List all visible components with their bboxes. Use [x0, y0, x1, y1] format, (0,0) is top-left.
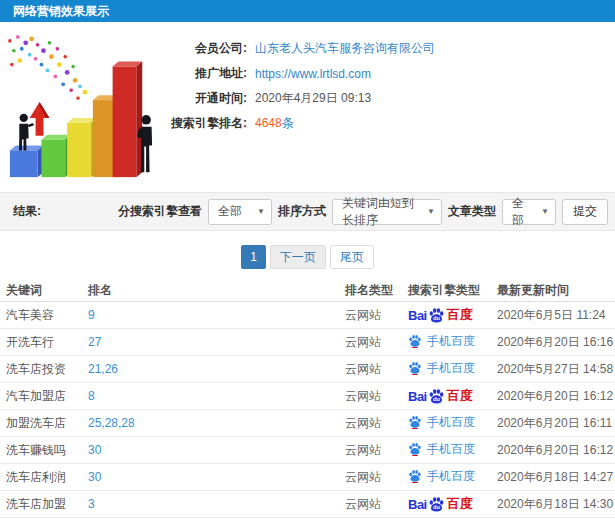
updated-cell: 2020年6月18日 14:27 [497, 469, 615, 486]
filter-controls: 分搜索引擎查看 全部 ▼ 排序方式 关键词由短到长排序 ▼ 文章类型 全部 ▼ … [118, 199, 608, 225]
sort-filter-label: 排序方式 [278, 203, 326, 220]
baidu-paw-icon [408, 442, 422, 456]
sort-filter-value: 关键词由短到长排序 [342, 195, 421, 229]
article-type-select[interactable]: 全部 ▼ [502, 199, 556, 225]
ranking-count-unit: 条 [282, 116, 294, 130]
account-info-fields: 会员公司:山东老人头汽车服务咨询有限公司推广地址:https://www.lrt… [147, 36, 435, 136]
table-row: 洗车赚钱吗30云网站手机百度2020年6月20日 16:12 [0, 437, 615, 464]
engine-cell: 手机百度 [408, 360, 497, 379]
baidu-logo-cn: 百度 [447, 387, 473, 405]
mobile-baidu-logo: 手机百度 [408, 441, 475, 458]
keyword-cell: 汽车美容 [6, 307, 88, 324]
updated-cell: 2020年6月20日 16:11 [497, 415, 615, 432]
result-label: 结果: [13, 203, 41, 220]
article-type-label: 文章类型 [448, 203, 496, 220]
rank-cell[interactable]: 8 [88, 389, 345, 403]
rank-cell[interactable]: 30 [88, 470, 345, 484]
baidu-paw-icon [408, 361, 422, 375]
pagination: 1 下一页 尾页 [0, 245, 615, 269]
page-button-current[interactable]: 1 [241, 245, 266, 269]
page-header: 网络营销效果展示 [0, 0, 615, 22]
baidu-logo-bai: Bai [408, 389, 427, 404]
sort-filter-select[interactable]: 关键词由短到长排序 ▼ [332, 199, 442, 225]
mobile-baidu-logo: 手机百度 [408, 360, 475, 377]
keyword-cell: 洗车店利润 [6, 469, 88, 486]
rank-type-cell: 云网站 [345, 334, 408, 351]
keyword-cell: 汽车加盟店 [6, 388, 88, 405]
table-row: 汽车美容9云网站Baidu百度2020年6月5日 11:24 [0, 302, 615, 329]
column-header: 搜索引擎类型 [408, 282, 497, 299]
submit-button[interactable]: 提交 [562, 199, 608, 225]
updated-cell: 2020年6月20日 16:12 [497, 442, 615, 459]
filter-bar: 结果: 分搜索引擎查看 全部 ▼ 排序方式 关键词由短到长排序 ▼ 文章类型 全… [0, 192, 615, 231]
bar-chart-graphic [2, 28, 160, 188]
rank-cell[interactable]: 9 [88, 308, 345, 322]
page-button-next[interactable]: 下一页 [270, 245, 326, 269]
updated-cell: 2020年5月27日 14:58 [497, 361, 615, 378]
baidu-logo-bai: Bai [408, 308, 427, 323]
rank-type-cell: 云网站 [345, 307, 408, 324]
mobile-baidu-logo: 手机百度 [408, 468, 475, 485]
baidu-logo: Baidu百度 [408, 495, 473, 513]
svg-text:du: du [433, 504, 440, 510]
svg-text:du: du [433, 315, 440, 321]
info-label: 推广地址: [147, 65, 247, 82]
table-row: 加盟洗车店25,28,28云网站手机百度2020年6月20日 16:11 [0, 410, 615, 437]
info-value[interactable]: 山东老人头汽车服务咨询有限公司 [255, 40, 435, 57]
baidu-logo-bai: Bai [408, 497, 427, 512]
engine-cell: 手机百度 [408, 441, 497, 460]
mobile-baidu-label: 手机百度 [427, 360, 475, 377]
mobile-baidu-label: 手机百度 [427, 441, 475, 458]
mobile-baidu-label: 手机百度 [427, 468, 475, 485]
rank-cell[interactable]: 25,28,28 [88, 416, 345, 430]
article-type-value: 全部 [512, 195, 535, 229]
table-row: 汽车加盟店8云网站Baidu百度2020年6月20日 16:12 [0, 383, 615, 410]
keyword-cell: 洗车店投资 [6, 361, 88, 378]
rank-cell[interactable]: 30 [88, 443, 345, 457]
baidu-paw-icon [408, 415, 422, 429]
info-label: 会员公司: [147, 40, 247, 57]
svg-text:du: du [433, 396, 440, 402]
engine-filter-select[interactable]: 全部 ▼ [208, 199, 272, 225]
rank-type-cell: 云网站 [345, 469, 408, 486]
info-value: 4648条 [255, 115, 294, 132]
rank-type-cell: 云网站 [345, 361, 408, 378]
keyword-ranking-table: 关键词排名排名类型搜索引擎类型最新更新时间 汽车美容9云网站Baidu百度202… [0, 280, 615, 518]
chevron-down-icon: ▼ [427, 207, 435, 216]
rank-cell[interactable]: 27 [88, 335, 345, 349]
account-info-section: 会员公司:山东老人头汽车服务咨询有限公司推广地址:https://www.lrt… [0, 22, 615, 192]
baidu-paw-icon: du [428, 496, 445, 513]
chevron-down-icon: ▼ [257, 207, 265, 216]
rank-type-cell: 云网站 [345, 496, 408, 513]
rank-type-cell: 云网站 [345, 442, 408, 459]
baidu-paw-icon: du [428, 307, 445, 324]
baidu-logo: Baidu百度 [408, 306, 473, 324]
column-header: 关键词 [6, 282, 88, 299]
updated-cell: 2020年6月18日 14:30 [497, 496, 615, 513]
baidu-paw-icon: du [428, 388, 445, 405]
rank-type-cell: 云网站 [345, 415, 408, 432]
column-header: 最新更新时间 [497, 282, 615, 299]
info-label: 搜索引擎排名: [147, 115, 247, 132]
chevron-down-icon: ▼ [541, 207, 549, 216]
column-header: 排名类型 [345, 282, 408, 299]
engine-filter-value: 全部 [218, 203, 242, 220]
updated-cell: 2020年6月20日 16:16 [497, 334, 615, 351]
keyword-cell: 开洗车行 [6, 334, 88, 351]
engine-cell: Baidu百度 [408, 495, 497, 513]
rank-cell[interactable]: 3 [88, 497, 345, 511]
page-title: 网络营销效果展示 [13, 4, 109, 18]
engine-cell: Baidu百度 [408, 387, 497, 405]
baidu-logo: Baidu百度 [408, 387, 473, 405]
baidu-logo-cn: 百度 [447, 306, 473, 324]
page-button-last[interactable]: 尾页 [330, 245, 374, 269]
rank-cell[interactable]: 21,26 [88, 362, 345, 376]
mobile-baidu-label: 手机百度 [427, 414, 475, 431]
table-header-row: 关键词排名排名类型搜索引擎类型最新更新时间 [0, 280, 615, 302]
keyword-cell: 洗车店加盟 [6, 496, 88, 513]
ranking-count: 4648 [255, 116, 282, 130]
marketing-report-page: 网络营销效果展示 会员公司:山东老人头汽车服务咨询有限公司推广地址:https:… [0, 0, 615, 520]
info-value[interactable]: https://www.lrtlsd.com [255, 67, 371, 81]
mobile-baidu-label: 手机百度 [427, 333, 475, 350]
baidu-paw-icon [408, 334, 422, 348]
